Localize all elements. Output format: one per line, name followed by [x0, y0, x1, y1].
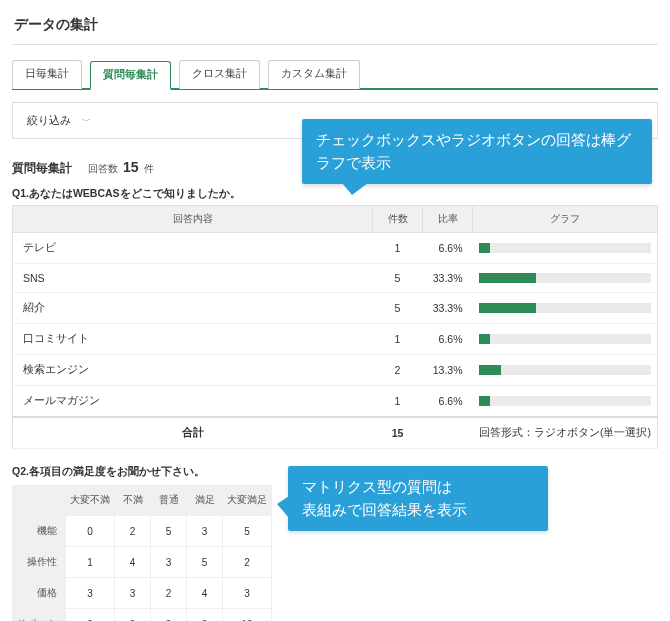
q2-cell: 2	[223, 547, 272, 578]
q2-col-header: 満足	[187, 486, 223, 516]
q2-cell: 3	[223, 578, 272, 609]
chevron-down-icon: ﹀	[82, 116, 91, 126]
table-row: 価格33243	[13, 578, 272, 609]
q1-table: 回答内容 件数 比率 グラフ テレビ16.6%SNS533.3%紹介533.3%…	[12, 205, 658, 449]
q2-cell: 5	[187, 547, 223, 578]
q2-cell: 2	[115, 516, 151, 547]
tabs: 日毎集計質問毎集計クロス集計カスタム集計	[12, 59, 658, 90]
tab-1[interactable]: 質問毎集計	[90, 61, 171, 90]
tab-2[interactable]: クロス集計	[179, 60, 260, 89]
row-count: 1	[373, 324, 423, 355]
table-row: 口コミサイト16.6%	[13, 324, 658, 355]
table-row: SNS533.3%	[13, 264, 658, 293]
row-label: 口コミサイト	[13, 324, 373, 355]
row-count: 2	[373, 355, 423, 386]
q2-row-label: サポート	[13, 609, 66, 622]
q1-header-graph: グラフ	[473, 206, 658, 233]
q1-title: Q1.あなたはWEBCASをどこで知りましたか。	[12, 187, 658, 201]
row-bar	[473, 324, 658, 355]
row-rate: 6.6%	[423, 233, 473, 264]
row-bar	[473, 386, 658, 418]
row-bar	[473, 233, 658, 264]
row-rate: 6.6%	[423, 386, 473, 418]
row-bar	[473, 355, 658, 386]
q2-cell: 0	[115, 609, 151, 622]
row-label: 検索エンジン	[13, 355, 373, 386]
q1-header-rate: 比率	[423, 206, 473, 233]
table-row: テレビ16.6%	[13, 233, 658, 264]
section-heading: 質問毎集計	[12, 160, 72, 177]
row-rate: 13.3%	[423, 355, 473, 386]
q2-cell: 3	[115, 578, 151, 609]
callout-tail-icon	[277, 496, 289, 518]
answer-count: 回答数 15 件	[88, 159, 154, 176]
row-label: テレビ	[13, 233, 373, 264]
row-rate: 33.3%	[423, 293, 473, 324]
q2-corner	[13, 486, 66, 516]
q2-cell: 3	[151, 547, 187, 578]
q1-total-value: 15	[373, 417, 423, 449]
q2-cell: 0	[66, 516, 115, 547]
q2-cell: 5	[151, 516, 187, 547]
row-count: 5	[373, 264, 423, 293]
q1-header-count: 件数	[373, 206, 423, 233]
q2-cell: 0	[66, 609, 115, 622]
row-count: 5	[373, 293, 423, 324]
q2-matrix-table: 大変不満不満普通満足大変満足 機能02535操作性14352価格33243サポー…	[12, 485, 272, 621]
q1-total-row: 合計 15 回答形式：ラジオボタン(単一選択)	[13, 417, 658, 449]
filter-label: 絞り込み	[27, 114, 71, 126]
q2-col-header: 大変不満	[66, 486, 115, 516]
row-label: SNS	[13, 264, 373, 293]
row-rate: 6.6%	[423, 324, 473, 355]
page-title: データの集計	[12, 10, 658, 45]
table-row: メールマガジン16.6%	[13, 386, 658, 418]
callout-matrix: マトリクス型の質問は表組みで回答結果を表示	[288, 466, 548, 531]
q2-cell: 4	[115, 547, 151, 578]
q2-cell: 1	[66, 547, 115, 578]
table-row: 紹介533.3%	[13, 293, 658, 324]
row-rate: 33.3%	[423, 264, 473, 293]
q2-row-label: 機能	[13, 516, 66, 547]
table-row: 検索エンジン213.3%	[13, 355, 658, 386]
q2-cell: 10	[223, 609, 272, 622]
tab-0[interactable]: 日毎集計	[12, 60, 82, 89]
q2-col-header: 不満	[115, 486, 151, 516]
table-row: 操作性14352	[13, 547, 272, 578]
q2-cell: 3	[187, 516, 223, 547]
q1-header-content: 回答内容	[13, 206, 373, 233]
row-bar	[473, 293, 658, 324]
row-bar	[473, 264, 658, 293]
callout-bargraph: チェックボックスやラジオボタンの回答は棒グラフで表示	[302, 119, 652, 184]
q1-total-label: 合計	[13, 417, 373, 449]
q2-row-label: 操作性	[13, 547, 66, 578]
row-count: 1	[373, 233, 423, 264]
table-row: サポート002310	[13, 609, 272, 622]
q1-format-note: 回答形式：ラジオボタン(単一選択)	[479, 426, 651, 438]
callout-tail-icon	[342, 183, 368, 195]
q2-row-label: 価格	[13, 578, 66, 609]
tab-3[interactable]: カスタム集計	[268, 60, 360, 89]
q2-cell: 5	[223, 516, 272, 547]
q2-col-header: 普通	[151, 486, 187, 516]
q2-cell: 3	[66, 578, 115, 609]
q2-cell: 2	[151, 578, 187, 609]
row-label: メールマガジン	[13, 386, 373, 418]
row-label: 紹介	[13, 293, 373, 324]
table-row: 機能02535	[13, 516, 272, 547]
q2-cell: 4	[187, 578, 223, 609]
q2-cell: 3	[187, 609, 223, 622]
q2-cell: 2	[151, 609, 187, 622]
row-count: 1	[373, 386, 423, 418]
q2-col-header: 大変満足	[223, 486, 272, 516]
